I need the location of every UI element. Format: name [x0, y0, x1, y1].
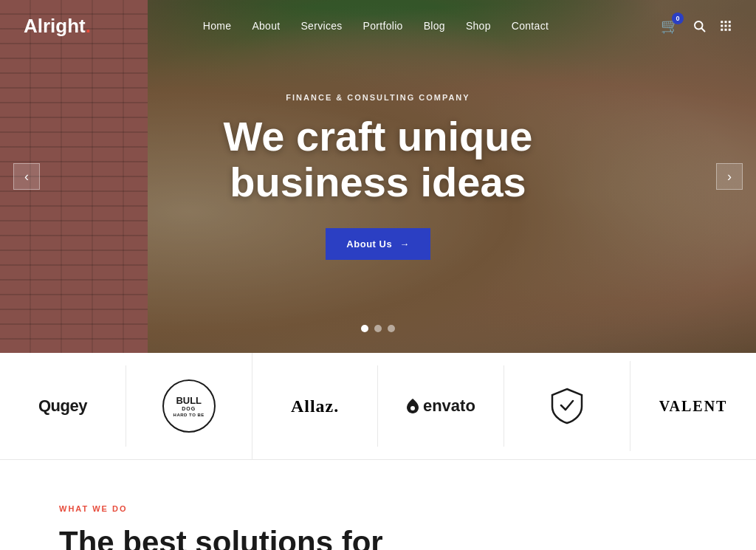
nav-item-blog[interactable]: Blog — [424, 20, 445, 32]
main-nav: HomeAboutServicesPortfolioBlogShopContac… — [203, 19, 549, 32]
nav-item-services[interactable]: Services — [300, 20, 342, 32]
nav-item-contact[interactable]: Contact — [512, 20, 549, 32]
cart-badge: 0 — [672, 13, 684, 24]
arrow-icon: → — [399, 238, 410, 250]
slider-dot-3[interactable] — [388, 325, 395, 332]
header-icons: 🛒 0 — [661, 17, 732, 35]
cart-button[interactable]: 🛒 0 — [661, 17, 679, 35]
section-title: The best solutions for — [59, 525, 697, 550]
envato-leaf-icon — [407, 399, 419, 413]
svg-point-0 — [695, 21, 703, 30]
allaz-text: Allaz. — [291, 396, 339, 416]
nav-item-about[interactable]: About — [252, 20, 280, 32]
next-icon: › — [727, 169, 732, 185]
prev-icon: ‹ — [24, 169, 29, 185]
qugey-text: Qugey — [38, 396, 87, 416]
svg-rect-9 — [724, 29, 726, 31]
envato-logo: envato — [407, 396, 475, 416]
grid-menu-button[interactable] — [719, 19, 732, 32]
section-tag: What We Do — [59, 504, 697, 513]
nav-item-shop[interactable]: Shop — [466, 20, 491, 32]
logo-shield — [504, 361, 630, 451]
bulldog-circle: BULL DOG HARD TO BE — [162, 379, 216, 433]
svg-rect-4 — [729, 21, 731, 23]
logo-bulldog: BULL DOG HARD TO BE — [126, 353, 252, 459]
about-us-button[interactable]: About Us → — [326, 228, 430, 260]
logo-allaz: Allaz. — [252, 365, 379, 447]
logo-dot: . — [86, 15, 91, 37]
valent-text: VALENT — [659, 398, 728, 415]
slider-dot-1[interactable] — [361, 325, 368, 332]
svg-rect-2 — [721, 21, 723, 23]
svg-rect-6 — [724, 25, 726, 27]
svg-rect-5 — [721, 25, 723, 27]
envato-text: envato — [423, 396, 475, 416]
hero-title: We craft unique business ideas — [223, 114, 532, 204]
hero-section: Finance & Consulting Company We craft un… — [0, 0, 756, 353]
logos-bar: Qugey BULL DOG HARD TO BE Allaz. envato … — [0, 353, 756, 460]
svg-rect-8 — [721, 29, 723, 31]
about-us-label: About Us — [346, 238, 392, 250]
search-button[interactable] — [693, 19, 706, 32]
svg-point-11 — [410, 406, 415, 410]
logo[interactable]: Alright. — [24, 15, 91, 38]
slider-next-button[interactable]: › — [716, 163, 743, 190]
logo-envato: envato — [378, 365, 504, 447]
logo-text: Alright — [24, 15, 86, 37]
nav-item-home[interactable]: Home — [203, 20, 232, 32]
shield-logo-icon — [549, 388, 585, 424]
header: Alright. HomeAboutServicesPortfolioBlogS… — [0, 0, 756, 52]
logo-qugey: Qugey — [0, 365, 126, 447]
svg-rect-10 — [729, 29, 731, 31]
svg-rect-7 — [729, 25, 731, 27]
slider-prev-button[interactable]: ‹ — [13, 163, 40, 190]
hero-content: Finance & Consulting Company We craft un… — [0, 0, 756, 353]
slider-dots — [361, 325, 395, 332]
hero-subtitle: Finance & Consulting Company — [286, 93, 470, 102]
what-we-do-section: What We Do The best solutions for — [0, 460, 756, 550]
nav-item-portfolio[interactable]: Portfolio — [363, 20, 403, 32]
svg-rect-3 — [724, 21, 726, 23]
slider-dot-2[interactable] — [374, 325, 382, 332]
svg-line-1 — [702, 29, 705, 32]
logo-valent: VALENT — [630, 365, 756, 447]
